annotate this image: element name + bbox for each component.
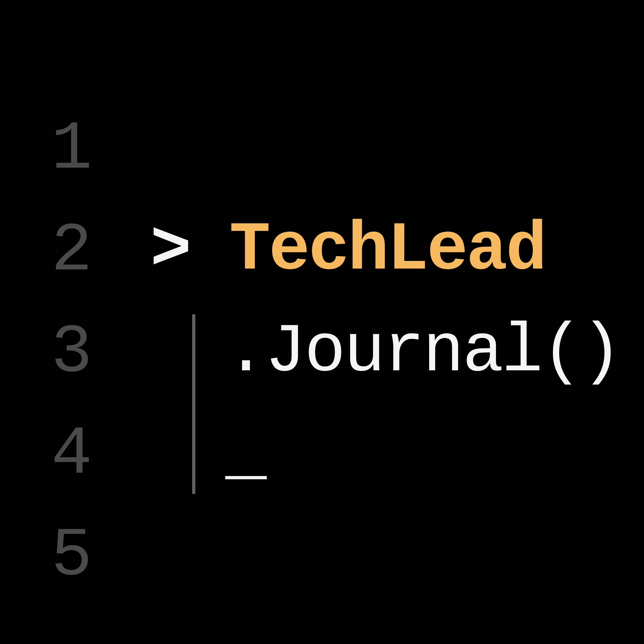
line-number: 4	[47, 404, 90, 506]
line-number-gutter: 1 2 3 4 5	[47, 99, 90, 644]
method-text: .Journal()	[225, 313, 620, 391]
indent-guide	[192, 314, 195, 494]
line-number: 1	[47, 99, 90, 200]
indent-lines: .Journal() _	[225, 301, 620, 505]
line-number: 2	[47, 200, 90, 302]
line-number: 3	[47, 302, 90, 404]
indent-block: .Journal() _	[192, 301, 620, 505]
line-number: 5	[47, 505, 90, 607]
code-line-main: > TechLead	[150, 200, 620, 301]
code-area: > TechLead .Journal() _	[90, 99, 620, 644]
code-line-method: .Journal()	[225, 301, 620, 403]
keyword-text: TechLead	[229, 211, 545, 289]
cursor-icon: _	[225, 415, 265, 492]
editor-container: 1 2 3 4 5 > TechLead .Journal() _	[0, 0, 644, 644]
code-line-cursor: _	[225, 403, 620, 505]
prompt-symbol: >	[150, 211, 229, 289]
